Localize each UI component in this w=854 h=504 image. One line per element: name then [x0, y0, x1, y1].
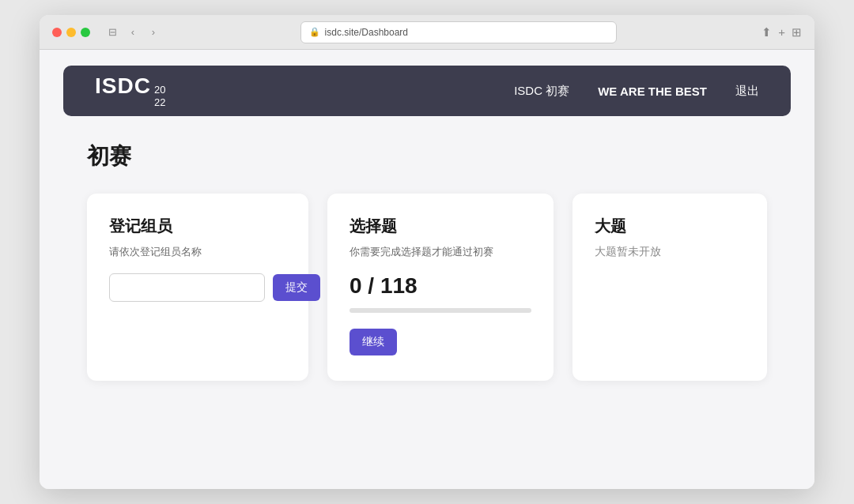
- register-card: 登记组员 请依次登记组员名称 提交: [87, 194, 308, 381]
- add-tab-icon[interactable]: +: [778, 25, 785, 39]
- mcq-card: 选择题 你需要完成选择题才能通过初赛 0 / 118 继续: [327, 194, 554, 381]
- member-name-input[interactable]: [109, 273, 265, 302]
- page-title: 初赛: [87, 141, 767, 171]
- register-card-title: 登记组员: [109, 216, 286, 237]
- mcq-progress-bar: [350, 308, 531, 313]
- cards-container: 登记组员 请依次登记组员名称 提交 选择题 你需要完成选择题才能通过初赛 0 /…: [87, 194, 767, 381]
- logo-year: 20 22: [154, 84, 165, 108]
- essay-card: 大题 大题暂未开放: [572, 194, 767, 381]
- share-icon[interactable]: ⬆: [761, 25, 772, 39]
- back-button[interactable]: ‹: [125, 24, 141, 40]
- app-content: ISDC 20 22 ISDC 初赛 WE ARE THE BEST 退出 初赛…: [40, 66, 814, 489]
- mcq-card-title: 选择题: [350, 216, 531, 237]
- forward-button[interactable]: ›: [145, 24, 161, 40]
- logo-isdc-text: ISDC: [95, 73, 151, 99]
- submit-button[interactable]: 提交: [273, 274, 320, 301]
- mcq-continue-button[interactable]: 继续: [350, 329, 397, 355]
- nav-logout[interactable]: 退出: [735, 84, 759, 99]
- browser-controls: ⊟ ‹ ›: [104, 24, 161, 40]
- essay-card-title: 大题: [595, 216, 745, 237]
- mcq-score: 0 / 118: [350, 273, 531, 299]
- browser-actions: ⬆ + ⊞: [761, 25, 802, 39]
- register-card-subtitle: 请依次登记组员名称: [109, 245, 286, 259]
- mcq-card-subtitle: 你需要完成选择题才能通过初赛: [350, 245, 531, 259]
- nav-links: ISDC 初赛 WE ARE THE BEST 退出: [514, 84, 759, 99]
- browser-window: ⊟ ‹ › 🔒 isdc.site/Dashboard ⬆ + ⊞ ISDC 2…: [40, 15, 814, 489]
- security-icon: 🔒: [309, 27, 320, 37]
- navbar: ISDC 20 22 ISDC 初赛 WE ARE THE BEST 退出: [63, 66, 791, 116]
- close-button[interactable]: [52, 28, 62, 37]
- window-controls-icon: ⊟: [104, 24, 120, 40]
- fullscreen-button[interactable]: [81, 28, 90, 37]
- nav-preliminary[interactable]: ISDC 初赛: [514, 84, 569, 99]
- register-input-row: 提交: [109, 273, 286, 302]
- browser-chrome: ⊟ ‹ › 🔒 isdc.site/Dashboard ⬆ + ⊞: [40, 15, 814, 50]
- traffic-lights: [52, 28, 90, 37]
- grid-icon[interactable]: ⊞: [792, 25, 802, 39]
- nav-we-are-the-best[interactable]: WE ARE THE BEST: [598, 85, 707, 98]
- main-content: 初赛 登记组员 请依次登记组员名称 提交 选择题 你需要完成选择题才能通过初赛 …: [40, 116, 814, 406]
- url-text: isdc.site/Dashboard: [325, 27, 408, 38]
- address-bar[interactable]: 🔒 isdc.site/Dashboard: [300, 21, 617, 43]
- essay-disabled-text: 大题暂未开放: [595, 245, 745, 259]
- logo: ISDC 20 22: [95, 73, 165, 108]
- minimize-button[interactable]: [66, 28, 76, 37]
